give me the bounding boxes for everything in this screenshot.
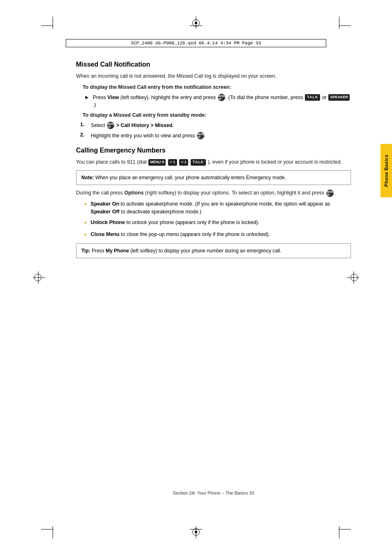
page-container: SCP_2400 UG-P000_126.qxd 06.4.14 4:34 PM… [0, 0, 392, 555]
crop-mark-bl-v [53, 526, 53, 539]
note-box: Note: When you place an emergency call, … [76, 170, 351, 185]
crop-mark-tr-v [339, 16, 339, 29]
key-9: MENU 9 [148, 159, 166, 166]
key-1a: ≡ 1 [168, 159, 177, 166]
notification-step: ► Press View (left softkey), highlight t… [84, 94, 351, 109]
step-1-num: 1. [80, 122, 88, 127]
header-text: SCP_2400 UG-P000_126.qxd 06.4.14 4:34 PM… [131, 41, 261, 46]
tip-label: Tip: [81, 248, 90, 254]
step-1-text: Select MENUOK > Call History > Missed. [91, 122, 174, 130]
key-1b: ≡ 1 [179, 159, 188, 166]
reg-top-inner [195, 22, 197, 24]
menu-key-3: MENUOK [197, 132, 204, 139]
step-2: 2. Highlight the entry you wish to view … [80, 132, 351, 140]
bullet-close-menu: • Close Menu to close the pop-up menu (a… [84, 231, 351, 239]
content-area: Missed Call Notification When an incomin… [76, 53, 351, 481]
missed-call-title: Missed Call Notification [76, 61, 351, 68]
bullet-dot-3: • [84, 231, 87, 239]
menu-key-4: MENUOK [326, 190, 334, 197]
tip-box: Tip: Press My Phone (left softkey) to di… [76, 243, 351, 258]
from-standby-label: To display a Missed Call entry from stan… [83, 111, 351, 119]
step-2-text: Highlight the entry you wish to view and… [91, 132, 206, 140]
missed-call-section: Missed Call Notification When an incomin… [76, 61, 351, 139]
crop-mark-tl-h [41, 25, 53, 26]
talk-key-2: TALK [191, 159, 206, 166]
note-text: When you place an emergency call, your p… [95, 175, 286, 180]
notification-step-text: Press View (left softkey), highlight the… [93, 94, 351, 109]
menu-key-1: MENUOK [218, 94, 225, 101]
crop-mark-br-v [339, 526, 339, 539]
bullet-dot-1: • [84, 200, 87, 209]
reg-right-circle [350, 274, 358, 281]
from-notification-label: To display the Missed Call entry from th… [83, 83, 351, 91]
arrow-icon: ► [84, 94, 90, 100]
crop-mark-tl-v [53, 16, 53, 29]
header-bar: SCP_2400 UG-P000_126.qxd 06.4.14 4:34 PM… [66, 39, 326, 47]
talk-key-1: TALK [305, 94, 320, 101]
options-text: During the call press Options (right sof… [76, 189, 351, 197]
bullet-speaker-on-text: Speaker On to activate speakerphone mode… [91, 200, 351, 216]
tip-text: Press My Phone (left softkey) to display… [92, 248, 281, 254]
crop-mark-br-h [339, 529, 351, 530]
reg-left-circle [34, 274, 42, 281]
crop-mark-bl-h [41, 529, 53, 530]
calling-emergency-intro: You can place calls to 911 (dial MENU 9 … [76, 158, 351, 166]
footer-text: Section 2A: Your Phone – The Basics 33 [173, 490, 254, 495]
reg-bot-inner [195, 531, 197, 533]
bullet-speaker-on: • Speaker On to activate speakerphone mo… [84, 200, 351, 216]
step-1: 1. Select MENUOK > Call History > Missed… [80, 122, 351, 130]
bullet-unlock-phone: • Unlock Phone to unlock your phone (app… [84, 219, 351, 227]
missed-call-intro: When an incoming call is not answered, t… [76, 72, 351, 80]
calling-emergency-section: Calling Emergency Numbers You can place … [76, 147, 351, 258]
side-tab-text: Phone Basics [384, 155, 389, 187]
speaker-key-1: SPEAKER [328, 94, 350, 101]
crop-mark-tr-h [339, 25, 351, 26]
bullet-unlock-phone-text: Unlock Phone to unlock your phone (appea… [91, 219, 260, 227]
side-tab: Phone Basics [380, 144, 392, 197]
bullet-close-menu-text: Close Menu to close the pop-up menu (app… [91, 231, 270, 238]
menu-key-2: MENUOK [107, 122, 114, 129]
calling-emergency-title: Calling Emergency Numbers [76, 147, 351, 154]
bullet-dot-2: • [84, 219, 87, 227]
page-footer: Section 2A: Your Phone – The Basics 33 [76, 490, 351, 495]
note-label: Note: [81, 175, 94, 180]
step-2-num: 2. [80, 132, 88, 138]
